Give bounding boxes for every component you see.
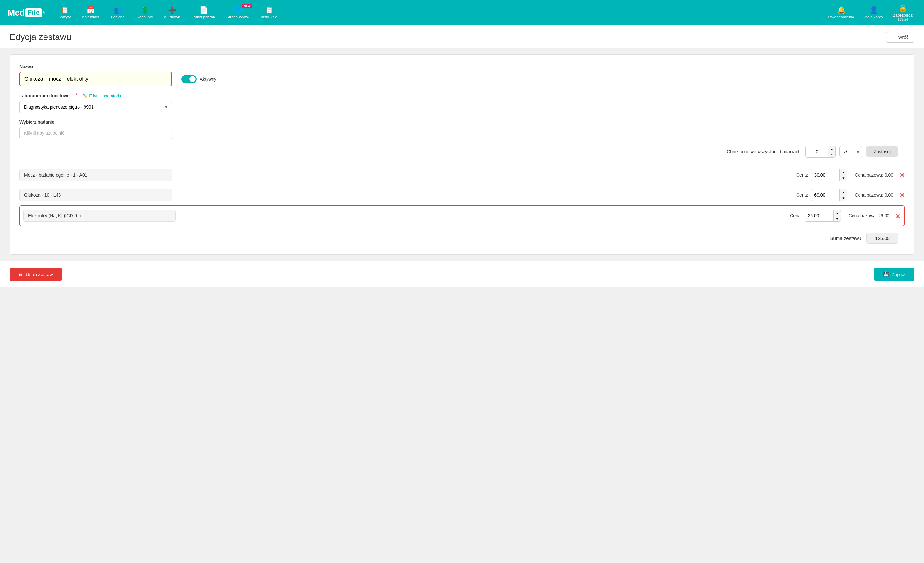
remove-test-1-button[interactable]: ⊗ bbox=[899, 171, 904, 179]
sidebar-item-rachunki[interactable]: 💲 Rachunki bbox=[132, 3, 157, 22]
logo[interactable]: Med File ® bbox=[8, 8, 45, 18]
cena-bazowa-1: Cena bazowa: 0.00 bbox=[855, 173, 893, 178]
bell-icon: 🔔 bbox=[837, 6, 846, 14]
sidebar-item-punkt-pobran[interactable]: 📄 Punkt pobrań bbox=[188, 3, 219, 22]
cena-bazowa-3: Cena bazowa: 26.00 bbox=[849, 213, 890, 218]
test-2-spin-down[interactable]: ▼ bbox=[840, 195, 847, 201]
form-footer: 🗑 Usuń zestaw 💾 Zapisz bbox=[0, 261, 924, 287]
name-row: Nazwa Aktywny bbox=[20, 64, 904, 86]
lab-select-wrapper: Diagnostyka pierwsze piętro - 9991 bbox=[20, 101, 172, 113]
price-adjust-row: Obniż cenę we wszystkich badaniach: ▲ ▼ … bbox=[20, 146, 904, 158]
strona-www-icon: 🌐 bbox=[234, 6, 243, 14]
powiadomienia-label: Powiadomienia bbox=[828, 15, 854, 20]
back-button[interactable]: ← Wróć bbox=[886, 32, 915, 43]
test-price-group-3: Cena: ▲ ▼ Cena bazowa: 26.00 ⊗ bbox=[790, 210, 901, 222]
pencil-icon: ✏️ bbox=[82, 93, 88, 98]
suma-row: Suma zestawu: 125.00 bbox=[20, 227, 904, 245]
navbar: Med File ® 📋 Wizyty 📅 Kalendarz 👥 Pacjen… bbox=[0, 0, 924, 26]
pacjenci-label: Pacjenci bbox=[111, 15, 125, 20]
name-label: Nazwa bbox=[20, 64, 904, 69]
price-spin-up[interactable]: ▲ bbox=[828, 146, 836, 152]
back-arrow-icon: ← bbox=[892, 35, 896, 40]
rachunki-icon: 💲 bbox=[141, 6, 149, 14]
test-price-input-group-3: ▲ ▼ bbox=[804, 210, 841, 222]
sidebar-item-wizyty[interactable]: 📋 Wizyty bbox=[55, 3, 75, 22]
delete-label: Usuń zestaw bbox=[26, 272, 53, 277]
instrukcje-label: Instrukcje bbox=[261, 15, 277, 20]
moje-konto-button[interactable]: 👤 Moje konto bbox=[861, 3, 887, 22]
rachunki-label: Rachunki bbox=[136, 15, 153, 20]
kalendarz-label: Kalendarz bbox=[82, 15, 99, 20]
select-test-label: Wybierz badanie bbox=[20, 119, 904, 125]
remove-circle-icon-1: ⊗ bbox=[899, 171, 904, 179]
trash-icon: 🗑 bbox=[18, 272, 23, 277]
edit-lab-label: Edytuj laboratoria bbox=[89, 93, 121, 98]
test-price-input-group-2: ▲ ▼ bbox=[811, 189, 847, 201]
ezdrowie-icon: ➕ bbox=[168, 6, 177, 14]
back-label: Wróć bbox=[898, 35, 908, 40]
zabezpieczenia-button[interactable]: 🔒 Zabezpiecz 119:26 bbox=[890, 2, 916, 24]
test-1-spin-down[interactable]: ▼ bbox=[840, 175, 847, 181]
session-time: 119:26 bbox=[897, 18, 908, 21]
save-button[interactable]: 💾 Zapisz bbox=[874, 267, 915, 281]
nav-right: 🔔 Powiadomienia 👤 Moje konto 🔒 Zabezpiec… bbox=[825, 2, 916, 24]
test-item-3: Elektrolity (Na, K) (ICD-9: ) Cena: ▲ ▼ … bbox=[20, 205, 904, 226]
aktywny-toggle[interactable] bbox=[182, 75, 196, 83]
test-price-input-1[interactable] bbox=[811, 169, 840, 181]
price-adjust-label: Obniż cenę we wszystkich badaniach: bbox=[727, 149, 802, 154]
price-input-group: ▲ ▼ bbox=[806, 146, 836, 158]
test-3-spin-up[interactable]: ▲ bbox=[834, 210, 841, 216]
currency-select[interactable]: zł EUR USD bbox=[840, 146, 862, 157]
name-input[interactable] bbox=[20, 72, 172, 86]
test-1-spin-up[interactable]: ▲ bbox=[840, 169, 847, 175]
lab-select[interactable]: Diagnostyka pierwsze piętro - 9991 bbox=[20, 101, 172, 113]
instrukcje-icon: 📋 bbox=[265, 6, 274, 14]
price-adjust-input[interactable] bbox=[806, 146, 828, 157]
test-price-group-1: Cena: ▲ ▼ Cena bazowa: 0.00 ⊗ bbox=[796, 169, 904, 181]
price-spin-down[interactable]: ▼ bbox=[828, 152, 836, 157]
test-price-input-group-1: ▲ ▼ bbox=[811, 169, 847, 181]
test-price-input-2[interactable] bbox=[811, 189, 840, 201]
zabezpieczenia-label: Zabezpiecz bbox=[893, 13, 912, 18]
save-icon: 💾 bbox=[883, 271, 889, 277]
logo-reg: ® bbox=[43, 11, 45, 15]
logo-med: Med bbox=[8, 8, 24, 18]
cena-label-2: Cena: bbox=[796, 192, 808, 198]
select-test-row: Wybierz badanie bbox=[20, 119, 904, 139]
search-test-input[interactable] bbox=[20, 127, 172, 139]
test-name-2: Glukoza - 10 - L43 bbox=[20, 189, 172, 201]
lab-row: Laboratorium docelowe * ✏️ Edytuj labora… bbox=[20, 93, 904, 113]
price-spinners: ▲ ▼ bbox=[828, 146, 836, 157]
delete-button[interactable]: 🗑 Usuń zestaw bbox=[9, 268, 62, 281]
remove-test-2-button[interactable]: ⊗ bbox=[899, 191, 904, 199]
new-badge: NEW bbox=[242, 4, 252, 8]
sidebar-item-ezdrowie[interactable]: ➕ e-Zdrowie bbox=[159, 3, 185, 22]
remove-circle-icon-3: ⊗ bbox=[895, 212, 901, 220]
apply-button[interactable]: Zastosuj bbox=[866, 146, 898, 157]
sidebar-item-pacjenci[interactable]: 👥 Pacjenci bbox=[106, 3, 130, 22]
punkt-pobran-icon: 📄 bbox=[200, 6, 208, 14]
test-price-input-3[interactable] bbox=[805, 210, 834, 221]
lab-label: Laboratorium docelowe bbox=[20, 93, 70, 98]
name-input-row: Aktywny bbox=[20, 72, 904, 86]
test-2-spin-up[interactable]: ▲ bbox=[840, 189, 847, 195]
test-price-group-2: Cena: ▲ ▼ Cena bazowa: 0.00 ⊗ bbox=[796, 189, 904, 201]
powiadomienia-button[interactable]: 🔔 Powiadomienia bbox=[825, 3, 858, 22]
currency-select-wrapper: zł EUR USD bbox=[840, 146, 862, 157]
sidebar-item-kalendarz[interactable]: 📅 Kalendarz bbox=[78, 3, 104, 22]
test-3-spin-down[interactable]: ▼ bbox=[834, 216, 841, 221]
logo-file: File bbox=[25, 8, 42, 18]
lock-icon: 🔒 bbox=[898, 4, 907, 12]
cena-bazowa-2: Cena bazowa: 0.00 bbox=[855, 192, 893, 198]
remove-test-3-button[interactable]: ⊗ bbox=[895, 212, 901, 220]
cena-label-1: Cena: bbox=[796, 173, 808, 178]
lab-label-row: Laboratorium docelowe * ✏️ Edytuj labora… bbox=[20, 93, 904, 99]
punkt-pobran-label: Punkt pobrań bbox=[192, 15, 215, 20]
test-name-1: Mocz - badanie ogólne - 1 - A01 bbox=[20, 169, 172, 181]
cena-label-3: Cena: bbox=[790, 213, 802, 218]
sidebar-item-instrukcje[interactable]: 📋 Instrukcje bbox=[256, 3, 282, 22]
sidebar-item-strona-www[interactable]: NEW 🌐 Strona WWW bbox=[222, 3, 254, 22]
test-name-3: Elektrolity (Na, K) (ICD-9: ) bbox=[23, 210, 176, 222]
wizyty-icon: 📋 bbox=[61, 6, 69, 14]
edit-lab-link[interactable]: ✏️ Edytuj laboratoria bbox=[82, 93, 121, 98]
